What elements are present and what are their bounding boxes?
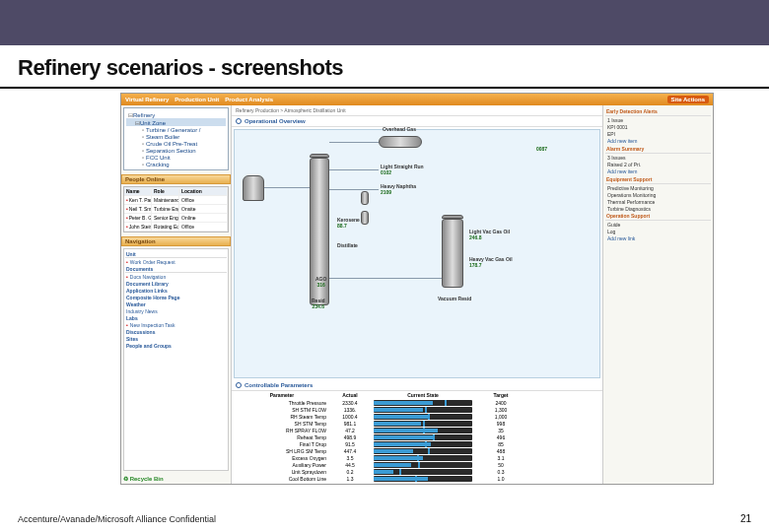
link-new-inspection[interactable]: New Inspection Task <box>125 321 227 328</box>
alert-item[interactable]: 1 Issue <box>605 116 711 123</box>
link-item[interactable]: Sites <box>125 335 227 342</box>
recycle-bin[interactable]: ♻ Recycle Bin <box>121 473 231 484</box>
tree-item[interactable]: ▫Turbine / Generator / <box>126 126 226 133</box>
param-target: 488 <box>476 448 525 454</box>
people-online-head: People Online <box>121 174 231 184</box>
param-target: 0.3 <box>476 469 525 475</box>
ops-item[interactable]: Log <box>605 228 711 234</box>
param-target: 2400 <box>476 400 525 406</box>
link-item[interactable]: Application Links <box>125 287 227 294</box>
add-alert-link[interactable]: Add new item <box>605 137 711 145</box>
param-bar[interactable] <box>374 441 472 447</box>
table-row[interactable]: •Peter B. GouldSenior EngineerOnline <box>124 214 228 223</box>
link-work-order[interactable]: Work Order Request <box>125 258 227 265</box>
alert-item[interactable]: EPI <box>605 130 711 137</box>
tree-root[interactable]: ⊟Refinery <box>126 110 226 118</box>
people-table: NameRoleLocation •Ken T. ParkerMaintenan… <box>123 186 229 233</box>
param-target: 1,300 <box>476 407 525 413</box>
add-ops-link[interactable]: Add new link <box>605 234 711 242</box>
nav-tree[interactable]: ⊟Refinery ⊟Unit Zone ▫Turbine / Generato… <box>123 107 229 170</box>
link-docs-nav[interactable]: Docs Navigation <box>125 273 227 280</box>
link-item[interactable]: Industry News <box>125 307 227 314</box>
link-item[interactable]: Composite Home Page <box>125 294 227 300</box>
param-name: SH STM Temp <box>238 421 326 427</box>
tree-item[interactable]: ▫Steam Boiler <box>126 133 226 140</box>
site-actions-button[interactable]: Site Actions <box>667 96 709 103</box>
add-summary-link[interactable]: Add new item <box>605 167 711 175</box>
link-head-unit: Unit <box>125 250 227 258</box>
equip-item[interactable]: Turbine Diagnostics <box>605 205 711 212</box>
params-header: ParameterActualCurrent StateTarget <box>234 391 600 399</box>
param-name: Excess Oxygen <box>238 455 326 461</box>
tree-item[interactable]: ▫Crude Oil Pre-Treat <box>126 140 226 147</box>
param-bar[interactable] <box>374 407 472 413</box>
title-underline <box>0 87 769 89</box>
ops-head: Operation Support <box>605 212 711 221</box>
slide-title: Refinery scenarios - screenshots <box>0 45 769 85</box>
tab-virtual-refinery[interactable]: Virtual Refinery <box>125 97 169 102</box>
summary-item[interactable]: Raised 2 of Pri. <box>605 161 711 167</box>
label-lvgo: Light Vac Gas Oil246.8 <box>469 229 510 240</box>
link-item[interactable]: People and Groups <box>125 342 227 349</box>
tree-item[interactable]: ▫Cracking <box>126 161 226 167</box>
alert-item[interactable]: KPI 0001 <box>605 123 711 130</box>
ops-item[interactable]: Guide <box>605 221 711 228</box>
navigation-head: Navigation <box>121 236 231 246</box>
param-bar[interactable] <box>374 428 472 433</box>
param-row: SH STM FLOW1336.1,300 <box>234 406 600 413</box>
param-row: RH SPRAY FLOW47.235 <box>234 427 600 433</box>
sep-2 <box>361 211 369 225</box>
table-row[interactable]: •Neil T. SmallTurbine EngineerOnsite <box>124 205 228 214</box>
param-actual: 1336. <box>330 407 370 413</box>
param-row: Excess Oxygen3.53.1 <box>234 454 600 461</box>
param-target: 85 <box>476 441 525 447</box>
equip-item[interactable]: Thermal Performance <box>605 198 711 205</box>
param-row: RH Steam Temp1000.41,000 <box>234 413 600 420</box>
table-row[interactable]: •Ken T. ParkerMaintenance ManagerOffice <box>124 196 228 205</box>
param-bar[interactable] <box>374 455 472 461</box>
table-row[interactable]: •John SteinhoffRotating EquipmentOffice <box>124 223 228 232</box>
link-item[interactable]: Labs <box>125 314 227 321</box>
param-bar[interactable] <box>374 462 472 468</box>
param-name: Reheat Temp <box>238 434 326 440</box>
tab-production-unit[interactable]: Production Unit <box>175 97 219 102</box>
param-bar[interactable] <box>374 469 472 475</box>
param-name: SH LRG SM Temp <box>238 448 326 454</box>
link-item[interactable]: Document Library <box>125 280 227 287</box>
summary-item[interactable]: 3 Issues <box>605 154 711 161</box>
equip-item[interactable]: Operations Monitoring <box>605 191 711 198</box>
param-bar[interactable] <box>374 414 472 420</box>
app-frame: Virtual Refinery Production Unit Product… <box>120 93 714 485</box>
param-bar[interactable] <box>374 476 472 482</box>
tab-product-analysis[interactable]: Product Analysis <box>225 97 273 102</box>
link-item[interactable]: Discussions <box>125 328 227 335</box>
label-resid: Resid234.6 <box>312 298 325 309</box>
param-name: SH STM FLOW <box>238 407 326 413</box>
right-sidebar: Early Detection Alerts 1 Issue KPI 0001 … <box>602 105 713 484</box>
param-actual: 47.2 <box>330 428 370 433</box>
param-bar[interactable] <box>374 400 472 406</box>
link-item[interactable]: Weather <box>125 300 227 307</box>
param-name: Final T Drop <box>238 441 326 447</box>
param-target: 998 <box>476 421 525 427</box>
param-bar[interactable] <box>374 434 472 440</box>
recycle-icon: ♻ <box>123 476 128 482</box>
tree-item[interactable]: ▫Separation Section <box>126 147 226 154</box>
pipe <box>329 142 379 143</box>
process-diagram[interactable]: Overhead Gas0087 Light Straight Run0102 … <box>234 129 600 378</box>
param-target: 3.1 <box>476 455 525 461</box>
equip-item[interactable]: Predictive Monitoring <box>605 184 711 191</box>
param-actual: 91.5 <box>330 441 370 447</box>
param-bar[interactable] <box>374 421 472 427</box>
param-actual: 3.5 <box>330 455 370 461</box>
param-row: Reheat Temp498.9496 <box>234 433 600 440</box>
param-row: SH STM Temp981.1998 <box>234 420 600 427</box>
param-name: RH SPRAY FLOW <box>238 428 326 433</box>
tree-node-unit-zone[interactable]: ⊟Unit Zone <box>126 118 226 126</box>
tree-item[interactable]: ▫FCC Unit <box>126 154 226 161</box>
label-naphtha: Heavy Naphtha2109 <box>381 183 416 195</box>
param-target: 35 <box>476 428 525 433</box>
slide-top-bar <box>0 0 769 45</box>
param-bar[interactable] <box>374 448 472 454</box>
breadcrumb[interactable]: Refinery Production > Atmospheric Distil… <box>232 105 602 116</box>
